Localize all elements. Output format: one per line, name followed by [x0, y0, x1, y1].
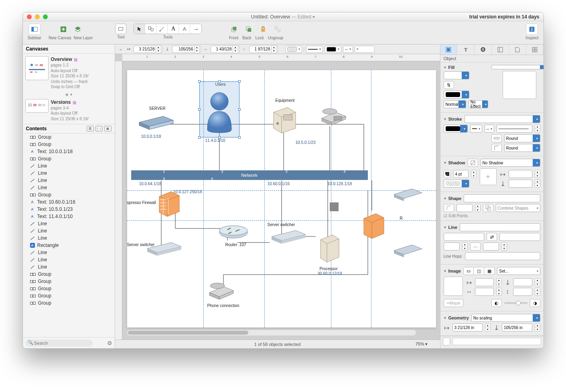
- image-well[interactable]: [444, 277, 463, 296]
- cap-icon-button[interactable]: [491, 134, 502, 142]
- shadow-x-input[interactable]: [509, 170, 532, 178]
- contents-item[interactable]: Line: [23, 249, 115, 256]
- selection-handles[interactable]: [199, 81, 239, 137]
- new-layer-button[interactable]: [72, 24, 84, 35]
- stroke-color-select[interactable]: [325, 46, 341, 53]
- stroke-dash-select[interactable]: --: [343, 46, 353, 53]
- network-bar[interactable]: Network 1234 56: [131, 170, 368, 180]
- stroke-type-select[interactable]: [465, 115, 540, 123]
- zoom-level[interactable]: 75% ▾: [415, 341, 428, 347]
- fill-effect-select[interactable]: No Effect: [469, 100, 488, 108]
- image-mode-2[interactable]: ◫: [474, 267, 484, 275]
- inspector-tab-text[interactable]: T: [457, 44, 475, 55]
- contents-view-list[interactable]: ☰: [87, 126, 94, 131]
- image-mode-1[interactable]: ▭: [463, 267, 474, 275]
- contents-item[interactable]: AText: 10.5.0.1/23: [23, 206, 115, 213]
- w-stepper[interactable]: ▴▾: [233, 45, 238, 53]
- style-well-button[interactable]: [443, 337, 450, 346]
- contents-item[interactable]: Line: [23, 227, 115, 234]
- w-input[interactable]: [212, 47, 233, 51]
- join-icon-button[interactable]: [491, 144, 502, 152]
- contents-view-outline[interactable]: ⋮⋮: [95, 126, 103, 131]
- phone-fax-icon[interactable]: [318, 104, 350, 128]
- inspector-tab-object[interactable]: [440, 44, 458, 55]
- canvas-item-versions[interactable]: Versions▦ pages 3-4 Auto-layout Off Size…: [25, 99, 112, 122]
- contents-item[interactable]: Group: [23, 271, 115, 278]
- contents-item[interactable]: Line: [23, 177, 115, 184]
- geo-y-stepper[interactable]: ▴▾: [535, 323, 540, 331]
- contents-list[interactable]: GroupGroupAText: 10.0.0.1/18GroupLineLin…: [23, 133, 115, 337]
- hub-icon-1[interactable]: [392, 186, 424, 202]
- opacity-min-button[interactable]: ◐: [491, 299, 502, 307]
- stroke-dash-select[interactable]: --: [485, 125, 495, 133]
- image-w-stepper[interactable]: ▴▾: [496, 288, 502, 296]
- geo-x-input[interactable]: 3 21/128 in: [452, 323, 483, 331]
- corner-radius-input[interactable]: [456, 204, 473, 212]
- shadow-toggle-button[interactable]: [468, 159, 478, 167]
- x-stepper[interactable]: ▴▾: [156, 45, 161, 53]
- contents-item[interactable]: AText: 11.4.0.1/10: [23, 213, 115, 220]
- canvas-item-overview[interactable]: Overview▦ pages 1-2 Auto-layout Off Size…: [25, 56, 112, 90]
- image-y-stepper[interactable]: ▴▾: [535, 278, 540, 286]
- contents-item[interactable]: Group: [23, 299, 115, 307]
- line-end-size[interactable]: [483, 242, 499, 251]
- stroke-width-input[interactable]: [497, 125, 532, 133]
- sidebar-gear-button[interactable]: ⚙: [107, 340, 112, 346]
- combine-shapes-select[interactable]: Combine Shapes: [496, 204, 540, 212]
- document-title[interactable]: Untitled: Overview — Edited ▾: [23, 14, 544, 20]
- shadow-color-button[interactable]: [444, 170, 451, 178]
- image-h-stepper[interactable]: ▴▾: [535, 288, 540, 296]
- contents-item[interactable]: Line: [23, 234, 115, 242]
- stroke-quick-select[interactable]: [306, 46, 323, 53]
- equipment-icon[interactable]: [268, 104, 300, 136]
- line-end-stepper[interactable]: ▴▾: [501, 242, 507, 251]
- contents-item[interactable]: AText: 10.60.0.1/16: [23, 198, 115, 206]
- y-input[interactable]: [173, 47, 194, 51]
- contents-item[interactable]: AText: 10.0.0.1/18: [23, 148, 115, 155]
- processor-icon[interactable]: [316, 232, 344, 265]
- combine-icon-button[interactable]: [483, 204, 493, 212]
- canvas-page[interactable]: SERVER 10.0.0.1/18 Users: [127, 70, 436, 327]
- contents-item[interactable]: Line: [23, 170, 115, 177]
- contents-item[interactable]: Group: [23, 191, 115, 198]
- hub-icon-2[interactable]: [392, 242, 424, 259]
- contents-item[interactable]: Line: [23, 256, 115, 263]
- image-h-input[interactable]: [513, 288, 532, 296]
- geo-x-stepper[interactable]: ▴▾: [485, 323, 491, 331]
- edit-points-checkbox[interactable]: ☑Edit Points: [444, 214, 540, 218]
- layer-visibility-icon[interactable]: ◈: [65, 92, 69, 97]
- geo-y-input[interactable]: 105/256 in: [502, 323, 532, 331]
- image-y-input[interactable]: [513, 278, 532, 286]
- h-input[interactable]: [250, 47, 271, 51]
- shadow-size-input[interactable]: 4 pt: [453, 170, 469, 178]
- horizontal-scrollbar[interactable]: [127, 330, 416, 335]
- line-start-stepper[interactable]: ▴▾: [462, 242, 468, 251]
- phone-icon[interactable]: [205, 279, 237, 303]
- y-stepper[interactable]: ▴▾: [194, 45, 200, 53]
- contents-item[interactable]: Group: [23, 292, 115, 299]
- image-x-input[interactable]: [475, 278, 494, 286]
- fill-type-select[interactable]: [491, 65, 543, 69]
- shadow-type-select[interactable]: No Shadow: [481, 159, 540, 167]
- new-canvas-button[interactable]: [57, 24, 69, 35]
- inspector-tab-canvas[interactable]: [492, 44, 509, 55]
- line-start-select[interactable]: [444, 233, 485, 241]
- image-set-select[interactable]: Set...: [497, 267, 540, 275]
- fill-swap-button[interactable]: ⇅: [444, 81, 454, 89]
- corner-stepper[interactable]: ▴▾: [475, 204, 481, 212]
- image-x-stepper[interactable]: ▴▾: [496, 278, 502, 286]
- canvas-area[interactable]: 12345678910: [115, 54, 440, 339]
- image-mode-3[interactable]: ▦: [484, 267, 495, 275]
- contents-item[interactable]: ARectangle: [23, 242, 115, 249]
- tool-current-button[interactable]: [115, 24, 126, 34]
- pen-tool[interactable]: [179, 24, 190, 34]
- sidebar-toggle-button[interactable]: [28, 24, 41, 35]
- contents-item[interactable]: Line: [23, 263, 115, 271]
- geometry-scaling-select[interactable]: No scaling: [471, 314, 540, 322]
- contents-item[interactable]: Group: [23, 141, 115, 148]
- contents-item[interactable]: Line: [23, 220, 115, 227]
- shadow-y-input[interactable]: [509, 180, 532, 188]
- ungroup-button[interactable]: [272, 24, 284, 35]
- contents-item[interactable]: Group: [23, 155, 115, 162]
- shape-corner-button[interactable]: [444, 204, 454, 212]
